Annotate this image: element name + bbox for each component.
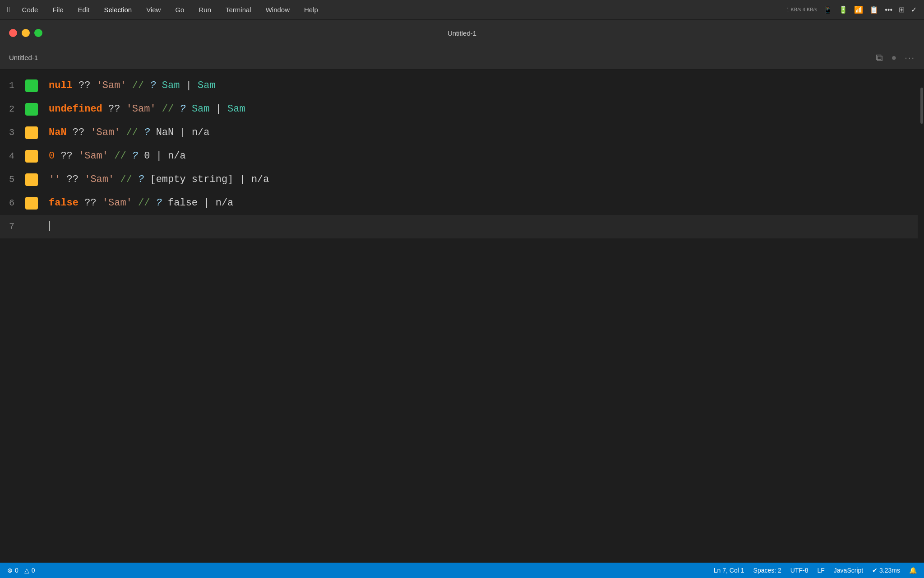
line-number-2: 2: [0, 98, 25, 121]
menu-file[interactable]: File: [50, 5, 66, 14]
window-controls: [9, 29, 42, 37]
editor[interactable]: 1null ?? 'Sam' // ? Sam | Sam2undefined …: [0, 70, 918, 563]
code-line-7: 7: [0, 215, 918, 238]
line-indicator-5: [25, 173, 38, 186]
line-content-1: null ?? 'Sam' // ? Sam | Sam: [44, 74, 216, 98]
encoding[interactable]: UTF-8: [790, 567, 808, 574]
menu-code[interactable]: Code: [19, 5, 41, 14]
line-indicator-2: [25, 103, 38, 116]
notification-icon[interactable]: 🔔: [909, 567, 917, 574]
code-line-3: 3NaN ?? 'Sam' // ? NaN | n/a: [0, 121, 918, 144]
minimize-button[interactable]: [22, 29, 30, 37]
language-mode[interactable]: JavaScript: [834, 567, 863, 574]
code-line-6: 6false ?? 'Sam' // ? false | n/a: [0, 191, 918, 215]
code-line-1: 1null ?? 'Sam' // ? Sam | Sam: [0, 74, 918, 98]
more-actions-icon[interactable]: ···: [905, 52, 915, 63]
tab-actions: ⧉ ● ···: [876, 52, 915, 64]
line-number-4: 4: [0, 144, 25, 168]
code-lines: 1null ?? 'Sam' // ? Sam | Sam2undefined …: [0, 74, 918, 238]
status-bar: ⊗ 0 △ 0 Ln 7, Col 1 Spaces: 2 UTF-8 LF J…: [0, 563, 924, 578]
scrollbar-track[interactable]: [918, 70, 924, 563]
line-number-7: 7: [0, 215, 25, 238]
window-title: Untitled-1: [448, 29, 476, 37]
line-indicator-6: [25, 197, 38, 210]
line-content-6: false ?? 'Sam' // ? false | n/a: [44, 191, 233, 215]
line-number-5: 5: [0, 168, 25, 191]
dot-status-icon: ●: [891, 52, 896, 63]
line-ending[interactable]: LF: [817, 567, 824, 574]
line-content-5: '' ?? 'Sam' // ? [empty string] | n/a: [44, 168, 269, 191]
scrollbar-thumb[interactable]: [920, 88, 923, 124]
apple-logo-icon[interactable]: : [7, 5, 10, 14]
error-icon: ⊗: [7, 567, 13, 574]
menu-edit[interactable]: Edit: [75, 5, 92, 14]
timing: ✔ 3.23ms: [872, 567, 900, 574]
clipboard-icon: 📋: [869, 5, 878, 14]
maximize-button[interactable]: [34, 29, 42, 37]
battery-icon: 🔋: [839, 5, 848, 14]
spaces-setting[interactable]: Spaces: 2: [753, 567, 781, 574]
line-content-2: undefined ?? 'Sam' // ? Sam | Sam: [44, 98, 245, 121]
error-number: 0: [15, 567, 18, 574]
line-number-1: 1: [0, 74, 25, 98]
menu-window[interactable]: Window: [263, 5, 292, 14]
code-line-4: 40 ?? 'Sam' // ? 0 | n/a: [0, 144, 918, 168]
code-line-2: 2undefined ?? 'Sam' // ? Sam | Sam: [0, 98, 918, 121]
text-cursor: [49, 221, 50, 231]
line-number-3: 3: [0, 121, 25, 144]
title-bar: Untitled-1: [0, 20, 924, 46]
tab-title[interactable]: Untitled-1: [9, 54, 38, 61]
line-number-6: 6: [0, 191, 25, 215]
line-indicator-1: [25, 79, 38, 92]
error-count[interactable]: ⊗ 0 △ 0: [7, 567, 35, 574]
clock-icon: ✓: [911, 5, 917, 14]
line-content-7: [44, 215, 50, 238]
line-content-3: NaN ?? 'Sam' // ? NaN | n/a: [44, 121, 209, 144]
wifi-icon: 📶: [854, 5, 863, 14]
menu-terminal[interactable]: Terminal: [223, 5, 254, 14]
split-editor-icon[interactable]: ⧉: [876, 52, 883, 64]
warning-icon: △: [24, 567, 29, 574]
menu-view[interactable]: View: [143, 5, 163, 14]
menu-help[interactable]: Help: [301, 5, 321, 14]
status-left: ⊗ 0 △ 0: [7, 567, 35, 574]
line-content-4: 0 ?? 'Sam' // ? 0 | n/a: [44, 144, 186, 168]
warning-number: 0: [32, 567, 35, 574]
menu-selection[interactable]: Selection: [101, 5, 134, 14]
line-indicator-7: [25, 220, 38, 233]
menu-run[interactable]: Run: [196, 5, 214, 14]
controlcenter-icon: ⊞: [899, 5, 905, 14]
status-right: Ln 7, Col 1 Spaces: 2 UTF-8 LF JavaScrip…: [714, 567, 917, 574]
line-indicator-4: [25, 150, 38, 163]
menu-go[interactable]: Go: [172, 5, 187, 14]
menu-bar:  Code File Edit Selection View Go Run T…: [0, 0, 924, 20]
menu-bar-right: 1 KB/s 4 KB/s 📱 🔋 📶 📋 ••• ⊞ ✓: [786, 5, 917, 14]
close-button[interactable]: [9, 29, 17, 37]
line-indicator-3: [25, 126, 38, 139]
iphone-icon: 📱: [823, 5, 832, 14]
editor-container: 1null ?? 'Sam' // ? Sam | Sam2undefined …: [0, 70, 924, 563]
menu-bar-left:  Code File Edit Selection View Go Run T…: [7, 5, 777, 14]
cursor-position[interactable]: Ln 7, Col 1: [714, 567, 744, 574]
dots-icon: •••: [885, 6, 892, 14]
code-line-5: 5'' ?? 'Sam' // ? [empty string] | n/a: [0, 168, 918, 191]
tab-bar: Untitled-1 ⧉ ● ···: [0, 46, 924, 70]
network-speed: 1 KB/s 4 KB/s: [786, 6, 817, 13]
